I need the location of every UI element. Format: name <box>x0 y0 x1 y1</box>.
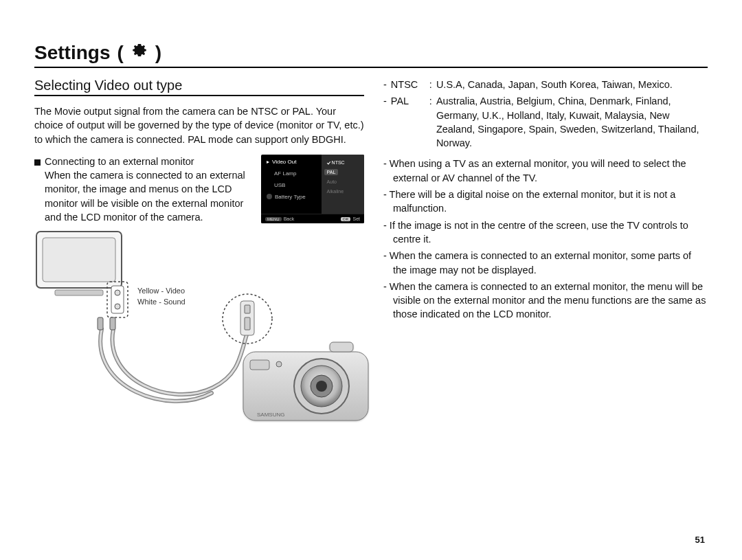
camera-icon: SAMSUNG <box>240 339 371 432</box>
menu-option-ntsc: NTSC <box>324 159 348 166</box>
svg-rect-7 <box>98 317 103 330</box>
caret-right-icon: ▸ <box>267 159 269 165</box>
page-title: Settings ( ) <box>34 41 708 64</box>
gear-icon <box>267 194 272 199</box>
svg-point-20 <box>276 361 282 367</box>
camera-menu-thumbnail: ▸ Video Out AF Lamp USB Battery Type NTS… <box>261 155 364 223</box>
pal-text: Australia, Austria, Belgium, China, Denm… <box>436 94 708 150</box>
subheading-divider <box>34 95 364 96</box>
ntsc-label: NTSC <box>391 78 425 91</box>
svg-text:SAMSUNG: SAMSUNG <box>257 412 284 418</box>
svg-rect-11 <box>245 305 250 313</box>
manual-page: Settings ( ) Selecting Video out type Th… <box>0 0 742 560</box>
list-item: When the camera is connected to an exter… <box>383 280 708 322</box>
menu-item-battery-type: Battery Type <box>267 194 317 200</box>
ntsc-text: U.S.A, Canada, Japan, South Korea, Taiwa… <box>436 78 673 91</box>
svg-point-18 <box>316 381 327 392</box>
menu-item-label: Battery Type <box>275 194 306 200</box>
title-text: Settings <box>34 42 110 64</box>
connect-heading: Connecting to an external monitor <box>45 156 194 167</box>
svg-rect-14 <box>330 342 353 352</box>
right-column: - NTSC : U.S.A, Canada, Japan, South Kor… <box>383 78 708 436</box>
section-subheading: Selecting Video out type <box>34 78 364 93</box>
page-number: 51 <box>695 535 705 545</box>
menu-foot-set: OKSet <box>341 216 360 221</box>
svg-rect-19 <box>250 360 269 370</box>
menu-item-label: AF Lamp <box>274 170 296 177</box>
menu-item-label: USB <box>274 182 285 188</box>
list-item: When using a TV as an external monitor, … <box>383 157 708 185</box>
ntsc-row: - NTSC : U.S.A, Canada, Japan, South Kor… <box>383 78 708 91</box>
check-icon <box>327 159 332 164</box>
menu-foot-back: MENUBack <box>265 216 294 221</box>
pal-label: PAL <box>391 94 425 150</box>
svg-rect-12 <box>245 317 250 330</box>
title-close-paren: ) <box>155 42 161 64</box>
two-column-layout: Selecting Video out type The Movie outpu… <box>34 78 708 436</box>
svg-rect-8 <box>110 317 115 330</box>
menu-option-alkaline: Alkaline <box>324 188 347 194</box>
list-item: There will be a digital noise on the ext… <box>383 188 708 216</box>
menu-option-pal: PAL <box>324 169 339 175</box>
intro-paragraph: The Movie output signal from the camera … <box>34 104 364 146</box>
menu-item-af-lamp: AF Lamp <box>267 170 317 177</box>
square-bullet-icon <box>34 159 41 166</box>
left-column: Selecting Video out type The Movie outpu… <box>34 78 364 436</box>
menu-item-label: Video Out <box>272 159 296 165</box>
title-divider <box>34 67 708 68</box>
menu-option-auto: Auto <box>324 179 339 185</box>
pal-row: - PAL : Australia, Austria, Belgium, Chi… <box>383 94 708 150</box>
notes-list: When using a TV as an external monitor, … <box>383 157 708 321</box>
gear-icon <box>131 41 148 64</box>
menu-item-video-out: ▸ Video Out <box>267 159 317 165</box>
menu-item-usb: USB <box>267 182 317 188</box>
list-item: If the image is not in the centre of the… <box>383 219 708 247</box>
title-open-paren: ( <box>117 42 123 64</box>
connect-block: Connecting to an external monitor When t… <box>34 155 364 224</box>
connect-body: When the camera is connected to an exter… <box>45 168 253 224</box>
connection-illustration: Yellow - Video White - Sound <box>34 229 364 436</box>
list-item: When the camera is connected to an exter… <box>383 249 708 277</box>
